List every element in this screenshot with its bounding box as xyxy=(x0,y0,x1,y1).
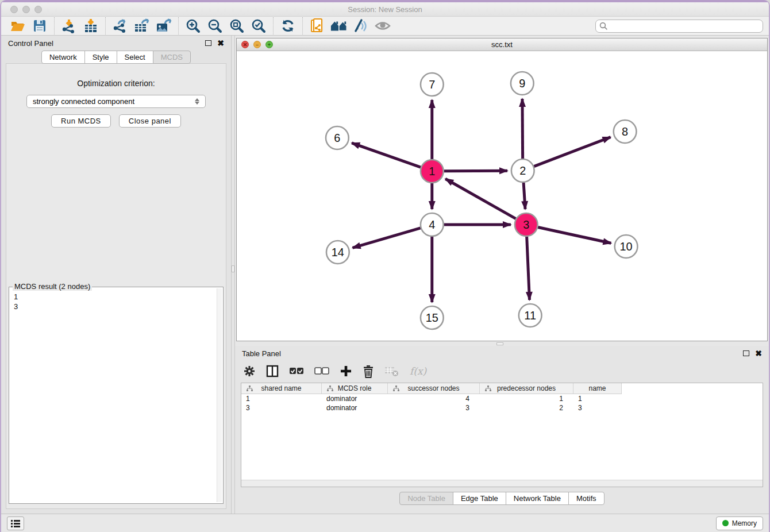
export-table-button[interactable] xyxy=(133,18,151,34)
graph-edge-1-6[interactable] xyxy=(352,143,421,167)
graph-edge-3-10[interactable] xyxy=(538,227,611,243)
table-row[interactable]: 3dominator323 xyxy=(241,403,763,413)
right-area: ✕ – + scc.txt 7968124314101511 Table Pan… xyxy=(235,36,769,514)
column-header-shared-name[interactable]: shared name xyxy=(241,383,322,394)
splitter-grip[interactable] xyxy=(496,342,503,345)
delete-column-button[interactable] xyxy=(363,363,374,379)
network-view-window: ✕ – + scc.txt 7968124314101511 xyxy=(236,38,768,341)
column-header-name[interactable]: name xyxy=(573,383,622,394)
export-network-button[interactable] xyxy=(111,18,129,34)
graph-edge-2-9[interactable] xyxy=(522,99,523,159)
graph-node-label-9: 9 xyxy=(519,77,525,90)
network-window-titlebar: ✕ – + scc.txt xyxy=(237,38,767,51)
first-neighbors-button[interactable] xyxy=(330,18,348,34)
zoom-out-button[interactable] xyxy=(206,18,224,34)
tab-network-table[interactable]: Network Table xyxy=(506,492,569,505)
deselect-all-button[interactable] xyxy=(314,363,329,379)
splitter-grip[interactable] xyxy=(232,265,234,272)
save-session-button[interactable] xyxy=(31,18,48,34)
eye-icon xyxy=(375,20,391,32)
show-hide-eye-button[interactable] xyxy=(374,18,391,34)
table-cell: dominator xyxy=(322,395,388,403)
result-scrollbar[interactable] xyxy=(217,288,222,502)
zoom-out-icon xyxy=(207,18,222,33)
float-panel-icon[interactable] xyxy=(205,40,211,46)
save-icon xyxy=(33,19,47,33)
zoom-in-button[interactable] xyxy=(184,18,202,34)
graph-edge-3-1[interactable] xyxy=(445,179,515,218)
open-session-button[interactable] xyxy=(9,18,26,34)
select-all-button[interactable] xyxy=(289,363,304,379)
network-title: scc.txt xyxy=(237,40,767,49)
column-header-MCDS-role[interactable]: MCDS role xyxy=(322,383,388,394)
table-horizontal-scrollbar[interactable] xyxy=(241,480,763,487)
graph-node-label-15: 15 xyxy=(426,311,438,324)
zoom-selected-button[interactable] xyxy=(250,18,267,34)
node-table[interactable]: shared nameMCDS rolesuccessor nodesprede… xyxy=(241,383,763,487)
tab-node-table[interactable]: Node Table xyxy=(399,492,453,505)
network-canvas[interactable]: 7968124314101511 xyxy=(237,51,767,341)
zoom-fit-button[interactable] xyxy=(228,18,245,34)
import-network-button[interactable] xyxy=(60,18,78,34)
graph-node-label-3: 3 xyxy=(523,218,529,231)
memory-button[interactable]: Memory xyxy=(716,516,763,530)
float-panel-icon[interactable] xyxy=(743,350,749,356)
apply-layout-button[interactable] xyxy=(279,18,297,34)
tab-motifs[interactable]: Motifs xyxy=(568,492,605,505)
new-network-from-selection-button[interactable] xyxy=(309,18,326,34)
graphics-details-icon xyxy=(353,18,368,33)
show-columns-button[interactable] xyxy=(266,363,279,379)
hierarchy-icon xyxy=(393,385,399,392)
column-label: MCDS role xyxy=(338,384,372,392)
vertical-splitter[interactable] xyxy=(231,36,235,514)
table-toolbar: f(x) xyxy=(235,361,769,381)
table-settings-button[interactable] xyxy=(243,363,256,379)
column-header-predecessor-nodes[interactable]: predecessor nodes xyxy=(480,383,573,394)
graph-edge-2-8[interactable] xyxy=(534,137,610,167)
graph-node-label-14: 14 xyxy=(332,246,344,259)
table-row[interactable]: 1dominator411 xyxy=(241,394,763,403)
search-box[interactable] xyxy=(595,20,763,33)
close-panel-icon[interactable]: ✖ xyxy=(217,40,224,46)
graph-node-label-4: 4 xyxy=(429,218,435,231)
column-header-successor-nodes[interactable]: successor nodes xyxy=(388,383,480,394)
task-history-button[interactable] xyxy=(7,516,24,530)
graph-edge-2-3[interactable] xyxy=(523,183,525,209)
tab-style[interactable]: Style xyxy=(84,51,117,64)
graph-node-label-1: 1 xyxy=(429,165,435,178)
add-column-button[interactable] xyxy=(340,363,352,379)
tab-mcds[interactable]: MCDS xyxy=(153,51,191,64)
function-builder-button: f(x) xyxy=(410,363,426,379)
graph-edge-4-14[interactable] xyxy=(353,228,421,248)
search-input[interactable] xyxy=(610,22,759,30)
close-panel-button[interactable]: Close panel xyxy=(119,114,181,128)
table-panel-header: Table Panel ✖ xyxy=(235,346,769,361)
table-cell: 1 xyxy=(573,395,622,403)
trash-icon xyxy=(363,365,374,378)
mcds-result-text[interactable]: 1 3 xyxy=(10,288,216,502)
criterion-select[interactable]: strongly connected component xyxy=(26,95,206,108)
table-panel: Table Panel ✖ xyxy=(235,346,769,514)
zoom-selected-icon xyxy=(251,18,266,33)
import-table-button[interactable] xyxy=(82,18,99,34)
table-cell: 3 xyxy=(241,404,322,412)
run-mcds-button[interactable]: Run MCDS xyxy=(51,114,111,128)
graph-edge-1-2[interactable] xyxy=(444,171,507,171)
tab-network[interactable]: Network xyxy=(41,51,85,64)
tab-edge-table[interactable]: Edge Table xyxy=(453,492,506,505)
fx-icon: f(x) xyxy=(410,365,426,377)
graphics-details-button[interactable] xyxy=(352,18,369,34)
horizontal-splitter[interactable] xyxy=(235,341,769,346)
table-cell: 1 xyxy=(241,395,322,403)
table-cell: dominator xyxy=(322,404,388,412)
close-panel-icon[interactable]: ✖ xyxy=(755,350,762,356)
tab-select[interactable]: Select xyxy=(117,51,153,64)
hierarchy-icon xyxy=(485,385,491,392)
graph-node-label-11: 11 xyxy=(524,309,536,322)
graph-node-label-10: 10 xyxy=(620,240,633,253)
network-graph[interactable]: 7968124314101511 xyxy=(237,51,767,341)
graph-edge-3-11[interactable] xyxy=(527,237,530,300)
toolbar-separator xyxy=(54,17,55,34)
export-image-button[interactable] xyxy=(155,18,172,34)
optimization-criterion-label: Optimization criterion: xyxy=(6,79,226,88)
